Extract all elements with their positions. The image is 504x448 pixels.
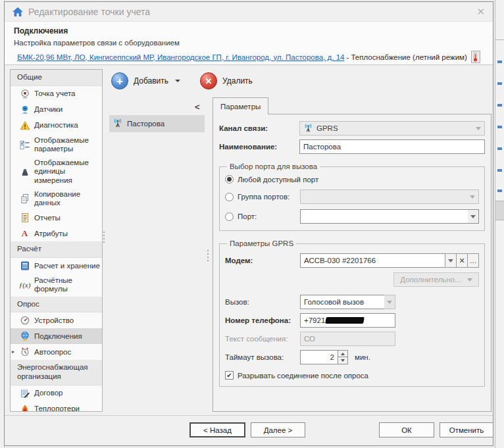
list-splitter[interactable] xyxy=(207,250,209,261)
next-button[interactable]: Далее > xyxy=(251,422,305,437)
radio-port-group-label: Группа портов: xyxy=(238,193,290,201)
port-group-select[interactable] xyxy=(300,189,479,204)
page-subtitle: Настройка параметров связи с оборудовани… xyxy=(14,39,484,47)
disconnect-checkbox-label: Разрывать соединение после опроса xyxy=(238,372,368,380)
delete-button[interactable]: ✕ Удалить xyxy=(200,72,253,89)
chevron-down-icon xyxy=(467,278,472,282)
dialog-content: Общие Точка учета Датчики xyxy=(5,66,493,416)
sidebar-section-energy-org: Энергоснабжающая организация xyxy=(11,360,102,386)
sidebar-item-autopoll[interactable]: ▸ Автоопрос xyxy=(11,344,102,360)
chevron-down-icon xyxy=(476,127,481,130)
radio-port-group[interactable] xyxy=(225,193,234,201)
call-label: Вызов: xyxy=(225,298,300,306)
modem-combo[interactable]: АССВ-030 #2201766 xyxy=(300,253,445,268)
sidebar-item-attributes[interactable]: A Атрибуты xyxy=(11,226,102,241)
channel-select[interactable]: GPRS xyxy=(299,121,485,136)
sidebar-splitter[interactable] xyxy=(103,232,105,243)
radio-any-port[interactable] xyxy=(225,175,234,184)
phone-input[interactable]: +7921 xyxy=(300,313,395,328)
phone-label: Номер телефона: xyxy=(225,316,300,324)
sidebar-item-device[interactable]: Устройство xyxy=(11,312,102,328)
gprs-group-legend: Параметры GPRS xyxy=(227,239,296,247)
add-button[interactable]: + Добавить xyxy=(111,72,180,89)
modem-label: Модем: xyxy=(225,257,300,264)
sidebar-item-sensors[interactable]: Датчики xyxy=(11,102,102,118)
sidebar-item-reports[interactable]: Отчеты xyxy=(11,210,102,226)
port-select[interactable] xyxy=(300,209,468,224)
sidebar-section-polling: Опрос xyxy=(11,297,102,313)
add-icon: + xyxy=(111,72,128,89)
weight-icon xyxy=(19,166,30,177)
sidebar-item-displayed-units[interactable]: Отображаемые единицы измерения xyxy=(11,156,102,187)
timeout-label: Таймаут вызова: xyxy=(225,353,300,361)
sidebar-item-formulas[interactable]: ƒ(x) Расчётные формулы xyxy=(11,274,102,296)
flame-icon xyxy=(19,404,30,412)
name-label: Наименование: xyxy=(219,143,299,151)
calculator-icon xyxy=(19,261,30,271)
modem-clear-button[interactable]: ✕ xyxy=(456,253,468,268)
globe-icon xyxy=(19,331,30,341)
object-suffix: - Теплоснабжение (летний режим) xyxy=(346,53,466,61)
edit-metering-point-dialog: Редактирование точки учета ✕ Подключения… xyxy=(4,1,493,446)
close-icon[interactable]: ✕ xyxy=(476,7,485,16)
spin-up-icon xyxy=(338,350,348,357)
modem-dropdown-button[interactable] xyxy=(445,253,457,268)
attribute-icon: A xyxy=(19,228,30,239)
port-select-dropdown[interactable] xyxy=(468,209,479,224)
sidebar-item-displayed-parameters[interactable]: Отображаемые параметры xyxy=(11,134,102,156)
call-select-dropdown[interactable] xyxy=(384,295,395,309)
ok-button[interactable]: ОК xyxy=(379,422,434,437)
modem-browse-button[interactable]: … xyxy=(467,253,479,268)
sidebar-section-general: Общие xyxy=(11,70,102,86)
radio-port-label: Порт: xyxy=(238,212,257,220)
sidebar-item-data-copy[interactable]: Копирование данных xyxy=(11,187,102,210)
home-icon xyxy=(13,7,23,16)
object-line: БМК-20,96 МВт, ЛО, Кингисеппский МР, Ива… xyxy=(14,51,484,63)
page-title: Подключения xyxy=(14,26,484,36)
window-title: Редактирование точки учета xyxy=(28,7,150,17)
call-select[interactable]: Голосовой вызов xyxy=(300,295,384,309)
thermometer-icon xyxy=(471,51,480,63)
object-link[interactable]: БМК-20,96 МВт, ЛО, Кингисеппский МР, Ива… xyxy=(17,53,344,61)
report-icon xyxy=(19,212,30,223)
sidebar-nav: Общие Точка учета Датчики xyxy=(10,69,103,412)
warning-icon xyxy=(19,120,30,131)
cancel-button[interactable]: Отменить xyxy=(440,422,493,437)
spin-down-icon xyxy=(338,357,348,364)
target-icon xyxy=(19,89,30,99)
sidebar-item-connections[interactable]: Подключения xyxy=(11,328,102,344)
sms-label: Текст сообщения: xyxy=(225,335,300,343)
delete-icon: ✕ xyxy=(200,72,217,89)
sidebar-item-metering-point[interactable]: Точка учета xyxy=(11,86,102,102)
timeout-stepper[interactable] xyxy=(338,350,348,364)
disconnect-checkbox[interactable]: ✔ xyxy=(225,371,234,380)
radio-port[interactable] xyxy=(225,212,234,221)
advanced-button[interactable]: Дополнительно... xyxy=(393,272,479,287)
collapse-list-icon[interactable]: < xyxy=(195,102,200,112)
sidebar-item-calc-storage[interactable]: Расчет и хранение xyxy=(11,258,102,274)
gauge-icon xyxy=(19,315,30,326)
chevron-down-icon xyxy=(175,80,180,82)
gprs-group: Параметры GPRS Модем: АССВ-030 #2201766 … xyxy=(219,239,485,387)
parameters-panel: Канал связи: GPRS Наименование: Пасторов… xyxy=(213,114,491,412)
sidebar-item-contract[interactable]: Договор xyxy=(11,386,102,401)
expander-icon[interactable]: ▸ xyxy=(12,349,14,355)
checklist-icon xyxy=(19,139,30,150)
copy-icon xyxy=(19,193,30,204)
port-select-group: Выбор порта для вызова Любой доступный п… xyxy=(219,162,485,231)
name-input[interactable]: Пасторова xyxy=(299,139,485,154)
sidebar-item-diagnostics[interactable]: Диагностика xyxy=(11,118,102,134)
connection-toolbar: + Добавить ✕ Удалить xyxy=(111,70,253,92)
timeout-input[interactable]: 2 xyxy=(300,350,338,364)
port-group-legend: Выбор порта для вызова xyxy=(227,162,320,170)
sidebar-item-heat-losses[interactable]: Теплопотери xyxy=(11,401,102,412)
tab-parameters[interactable]: Параметры xyxy=(213,97,268,114)
connection-list-item[interactable]: Пасторова xyxy=(109,115,205,132)
sidebar-section-calculation: Расчёт xyxy=(11,241,102,258)
back-button[interactable]: < Назад xyxy=(189,422,245,437)
radio-any-port-label: Любой доступный порт xyxy=(238,176,318,184)
sms-input[interactable]: СО xyxy=(300,332,395,346)
timeout-unit: мин. xyxy=(355,353,370,361)
channel-value: GPRS xyxy=(316,124,338,132)
background-window-right-strip xyxy=(495,0,504,448)
